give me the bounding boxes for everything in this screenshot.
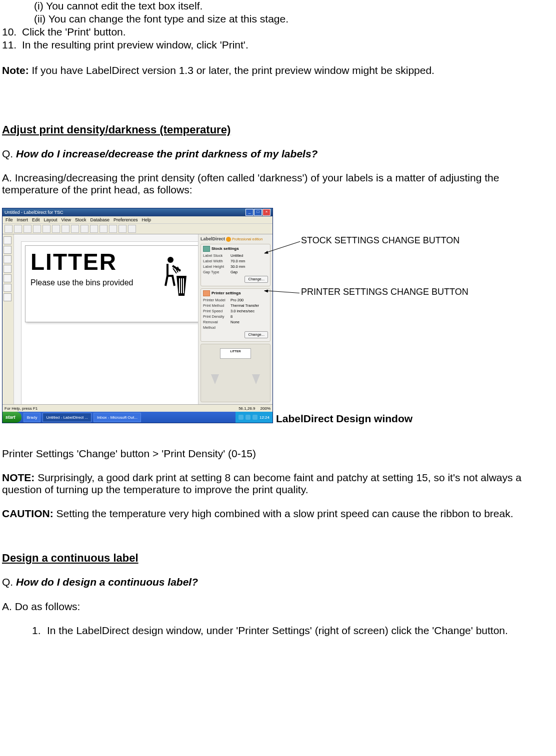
taskbar-item[interactable]: Brady <box>24 413 41 422</box>
q-prefix: Q. <box>2 148 16 159</box>
menu-layout[interactable]: Layout <box>44 217 58 222</box>
brand-edition: Professional edition <box>232 237 262 241</box>
menu-help[interactable]: Help <box>142 217 152 222</box>
kv-key: Print Speed <box>203 308 230 314</box>
start-button[interactable]: start <box>2 412 22 423</box>
status-zoom: 200% <box>260 406 270 411</box>
toolbar-button[interactable] <box>33 225 41 233</box>
menu-preferences[interactable]: Preferences <box>114 217 138 222</box>
menu-file[interactable]: File <box>6 217 13 222</box>
system-tray: 12:24 <box>236 412 272 423</box>
canvas-area[interactable]: LITTER Please use the bins provided <box>14 234 198 404</box>
status-help: For Help, press F1 <box>4 406 38 411</box>
question-density: Q. How do I increase/decrease the print … <box>2 148 554 160</box>
left-toolbox <box>2 234 14 404</box>
printer-path-text: Printer Settings 'Change' button > 'Prin… <box>2 448 554 460</box>
note-line: Note: If you have LabelDirect version 1.… <box>2 64 554 76</box>
toolbar-button[interactable] <box>128 225 136 233</box>
tool-button[interactable] <box>4 293 12 301</box>
taskbar-item[interactable]: Inbox - Microsoft Out... <box>94 413 141 422</box>
printer-icon <box>203 290 210 296</box>
answer-density: A. Increasing/decreasing the print densi… <box>2 172 554 196</box>
list-num-10: 10. <box>2 26 22 38</box>
toolbar-button[interactable] <box>118 225 126 233</box>
kv-key: Label Stock <box>203 253 230 258</box>
toolbar-button[interactable] <box>71 225 79 233</box>
toolbar-button[interactable] <box>4 225 12 233</box>
list-body-1: In the LabelDirect design window, under … <box>47 625 554 637</box>
status-coords: 56.1,26.9 <box>238 406 255 411</box>
tray-clock: 12:24 <box>260 415 270 420</box>
tray-icon <box>238 415 244 420</box>
window-titlebar: Untitled - LabelDirect for TSC _ □ × <box>2 208 272 216</box>
toolbar-button[interactable] <box>90 225 98 233</box>
caution-paragraph: CAUTION: Setting the temperature very hi… <box>2 508 554 520</box>
menu-view[interactable]: View <box>62 217 71 222</box>
toolbar-button[interactable] <box>14 225 22 233</box>
tool-button[interactable] <box>4 284 12 292</box>
close-icon[interactable]: × <box>262 209 270 216</box>
q-prefix-2: Q. <box>2 576 16 588</box>
q-text-2: How do I design a continuous label? <box>16 576 198 588</box>
label-canvas[interactable]: LITTER Please use the bins provided <box>25 245 198 322</box>
toolbar-button[interactable] <box>42 225 50 233</box>
toolbar-button[interactable] <box>52 225 60 233</box>
note-label-2: NOTE: <box>2 472 34 483</box>
screenshot-caption-inline: LabelDirect Design window <box>276 413 556 425</box>
ruler-vertical <box>14 241 22 404</box>
preview-mini-label: LITTER <box>220 348 251 359</box>
printer-change-button[interactable]: Change... <box>244 331 268 338</box>
stock-change-button[interactable]: Change... <box>244 276 268 283</box>
menu-insert[interactable]: Insert <box>17 217 28 222</box>
tray-icon <box>252 415 258 420</box>
app-screenshot: Untitled - LabelDirect for TSC _ □ × Fil… <box>2 208 272 423</box>
menu-database[interactable]: Database <box>90 217 110 222</box>
toolbar-button[interactable] <box>24 225 32 233</box>
taskbar: start Brady Untitled - LabelDirect ... I… <box>2 412 272 423</box>
note-body-2: Surprisingly, a good dark print at setti… <box>2 472 522 495</box>
brand-label: LabelDirect <box>200 236 225 241</box>
note-body: If you have LabelDirect version 1.3 or l… <box>29 64 434 76</box>
menu-stock[interactable]: Stock <box>75 217 86 222</box>
kv-key: Label Height <box>203 264 230 269</box>
arrow-down-icon <box>252 374 260 384</box>
kv-val: Gap <box>230 269 238 275</box>
tool-button[interactable] <box>4 274 12 282</box>
minimize-icon[interactable]: _ <box>246 209 254 216</box>
kv-val: Thermal Transfer <box>230 303 259 308</box>
section-heading-continuous: Design a continuous label <box>2 552 554 564</box>
window-title: Untitled - LabelDirect for TSC <box>4 210 63 215</box>
kv-val: Pro 200 <box>230 297 244 303</box>
kv-key: Print Density <box>203 314 230 319</box>
maximize-icon[interactable]: □ <box>254 209 262 216</box>
stock-settings-panel: Stock settings Label StockUntitled Label… <box>200 244 270 286</box>
tool-button[interactable] <box>4 236 12 244</box>
kv-val: 8 <box>230 314 232 319</box>
kv-key: Printer Model <box>203 297 230 303</box>
stock-icon <box>203 246 210 252</box>
tool-button[interactable] <box>4 255 12 263</box>
kv-key: Removal Method <box>203 319 230 330</box>
note-label: Note: <box>2 64 29 76</box>
preview-text: LITTER <box>230 350 241 353</box>
taskbar-item[interactable]: Untitled - LabelDirect ... <box>42 413 92 422</box>
kv-val: 30.0 mm <box>230 264 245 269</box>
menu-edit[interactable]: Edit <box>32 217 40 222</box>
list-body-11: In the resulting print preview window, c… <box>22 39 554 51</box>
print-preview-panel: LITTER <box>200 344 270 403</box>
status-bar: For Help, press F1 56.1,26.9 200% <box>2 404 272 412</box>
toolbar-button[interactable] <box>80 225 88 233</box>
list-num-11: 11. <box>2 39 22 51</box>
tool-button[interactable] <box>4 265 12 273</box>
arrow-down-icon <box>211 374 219 384</box>
printer-settings-panel: Printer settings Printer ModelPro 200 Pr… <box>200 288 270 342</box>
tool-button[interactable] <box>4 246 12 254</box>
toolbar-button[interactable] <box>100 225 108 233</box>
section-heading-density: Adjust print density/darkness (temperatu… <box>2 123 554 136</box>
toolbar-button[interactable] <box>109 225 117 233</box>
answer-continuous: A. Do as follows: <box>2 601 554 613</box>
ruler-horizontal <box>14 234 198 242</box>
toolbar-button[interactable] <box>62 225 70 233</box>
sub-item-i: (i) You cannot edit the text box itself. <box>34 0 554 12</box>
menu-bar: File Insert Edit Layout View Stock Datab… <box>2 216 272 224</box>
